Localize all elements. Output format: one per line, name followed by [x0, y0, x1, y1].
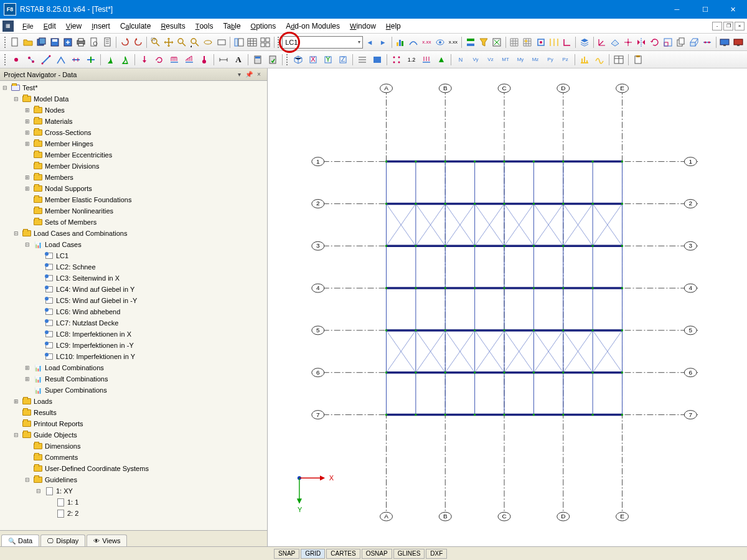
member4-icon[interactable]	[84, 53, 98, 67]
zoom-extents-icon[interactable]	[176, 35, 188, 49]
menu-help[interactable]: Help	[381, 21, 406, 32]
undo-icon[interactable]	[119, 35, 131, 49]
mdi-icon[interactable]: ▦	[2, 21, 14, 32]
result-pz-icon[interactable]: Pz	[558, 53, 572, 67]
load-force-icon[interactable]	[138, 53, 151, 67]
tree-gl-0[interactable]: 1: 1	[1, 497, 267, 508]
views-icon[interactable]	[259, 35, 271, 49]
iso-icon[interactable]	[291, 53, 305, 67]
menu-window[interactable]: Window	[345, 21, 381, 32]
status-cartes[interactable]: CARTES	[326, 549, 360, 559]
tree-guide-0[interactable]: Dimensions	[1, 441, 267, 452]
screen2-icon[interactable]	[732, 35, 744, 49]
result-table-icon[interactable]	[612, 53, 626, 67]
calc-all-icon[interactable]	[266, 53, 280, 67]
tree-lcc-1[interactable]: ⊞📊Result Combinations	[1, 373, 267, 385]
result-my-icon[interactable]: My	[514, 53, 527, 67]
tree-after-2[interactable]: Printout Reports	[1, 418, 267, 429]
status-grid[interactable]: GRID	[301, 549, 325, 559]
menu-edit[interactable]: Edit	[39, 21, 61, 32]
minimize-button[interactable]: ─	[663, 0, 691, 19]
save-as-icon[interactable]	[62, 35, 73, 49]
show-loads-icon[interactable]	[420, 53, 433, 67]
show-support-icon[interactable]	[435, 53, 448, 67]
lc-next-icon[interactable]: ►	[377, 35, 389, 49]
status-dxf[interactable]: DXF	[426, 549, 447, 559]
rotate-icon[interactable]	[202, 35, 214, 49]
loadcase-combo[interactable]: LC1	[282, 36, 363, 49]
move-icon[interactable]	[622, 35, 634, 49]
result-smooth-icon[interactable]	[593, 53, 606, 67]
pan-icon[interactable]	[162, 35, 174, 49]
tree-lc-7[interactable]: LC8: Imperfektionen in X	[1, 329, 267, 340]
tree-md-5[interactable]: Member Divisions	[1, 161, 267, 172]
render-wire-icon[interactable]	[355, 53, 369, 67]
menu-table[interactable]: Table	[218, 21, 245, 32]
load-line-icon[interactable]	[167, 53, 181, 67]
report-icon[interactable]	[101, 35, 113, 49]
lc-prev-icon[interactable]: ◄	[364, 35, 375, 49]
rotate-tool-icon[interactable]	[649, 35, 660, 49]
result-vz-icon[interactable]: Vz	[484, 53, 497, 67]
mdi-close[interactable]: ×	[735, 22, 745, 30]
view-x-icon[interactable]: X	[306, 53, 320, 67]
tree-guide[interactable]: ⊟Guide Objects	[1, 429, 267, 441]
divide-icon[interactable]	[702, 35, 713, 49]
zoom-previous-icon[interactable]	[189, 35, 201, 49]
result-py-icon[interactable]: Py	[543, 53, 557, 67]
tree-lc-1[interactable]: LC2: Schnee	[1, 261, 267, 273]
menu-options[interactable]: Options	[246, 21, 281, 32]
tree-md-1[interactable]: ⊞Materials	[1, 116, 267, 127]
dim-icon[interactable]	[217, 53, 230, 67]
autohide-icon[interactable]: 📌	[245, 70, 253, 79]
tree-lcc-2[interactable]: 📊Super Combinations	[1, 385, 267, 396]
tree-lc-9[interactable]: LC10: Imperfektionen in Y	[1, 351, 267, 362]
open-icon[interactable]	[22, 35, 34, 49]
tree-md-3[interactable]: ⊞Member Hinges	[1, 138, 267, 149]
load-trap-icon[interactable]	[182, 53, 196, 67]
tree-md-10[interactable]: Sets of Members	[1, 217, 267, 228]
result-n-icon[interactable]: N	[454, 53, 467, 67]
grid-node-icon[interactable]	[522, 35, 533, 49]
canvas[interactable]: AABBCCDDEE11223344556677 X Y	[268, 68, 747, 546]
member2-icon[interactable]	[54, 53, 68, 67]
tree-lc-6[interactable]: LC7: Nutzlast Decke	[1, 317, 267, 329]
panel-close-icon[interactable]: ×	[255, 70, 263, 79]
extrude-icon[interactable]	[688, 35, 700, 49]
tree-lcc-0[interactable]: ⊞📊Load Combinations	[1, 362, 267, 373]
dxf-layer-icon[interactable]	[578, 35, 590, 49]
ortho-icon[interactable]	[561, 35, 573, 49]
node-tool-icon[interactable]	[9, 53, 23, 67]
print-preview-icon[interactable]	[88, 35, 100, 49]
text-icon[interactable]: A	[232, 53, 245, 67]
tree-md-6[interactable]: ⊞Members	[1, 172, 267, 183]
filter-2-icon[interactable]	[477, 35, 489, 49]
gline-icon[interactable]	[548, 35, 560, 49]
view-y-icon[interactable]: Y	[321, 53, 335, 67]
pin-icon[interactable]: ▾	[235, 70, 243, 79]
tree-gl-1[interactable]: 2: 2	[1, 508, 267, 519]
save-all-icon[interactable]	[35, 35, 47, 49]
save-icon[interactable]	[49, 35, 60, 49]
render-solid-icon[interactable]	[370, 53, 384, 67]
clipboard-icon[interactable]	[631, 53, 645, 67]
support2-icon[interactable]	[118, 53, 132, 67]
menu-insert[interactable]: Insert	[87, 21, 115, 32]
status-snap[interactable]: SNAP	[274, 549, 299, 559]
result-vy-icon[interactable]: Vy	[469, 53, 482, 67]
load-moment-icon[interactable]	[153, 53, 166, 67]
new-icon[interactable]	[9, 35, 21, 49]
tree-after-0[interactable]: ⊞Loads	[1, 396, 267, 407]
tree-lc-3[interactable]: LC4: Wind auf Giebel in Y	[1, 284, 267, 295]
x-values-icon[interactable]: x.xx	[447, 35, 459, 49]
member1-icon[interactable]	[39, 53, 53, 67]
filter-3-icon[interactable]	[491, 35, 503, 49]
tree-model-data[interactable]: ⊟Model Data	[1, 93, 267, 105]
tree-guidelines[interactable]: ⊟Guidelines	[1, 474, 267, 485]
tree-lc-4[interactable]: LC5: Wind auf Giebel in -Y	[1, 295, 267, 306]
maximize-button[interactable]: ☐	[691, 0, 719, 19]
tree-md-4[interactable]: Member Eccentricities	[1, 149, 267, 161]
nav-tab-views[interactable]: 👁Views	[87, 534, 127, 546]
menu-calculate[interactable]: Calculate	[115, 21, 156, 32]
menu-addon[interactable]: Add-on Modules	[281, 21, 345, 32]
